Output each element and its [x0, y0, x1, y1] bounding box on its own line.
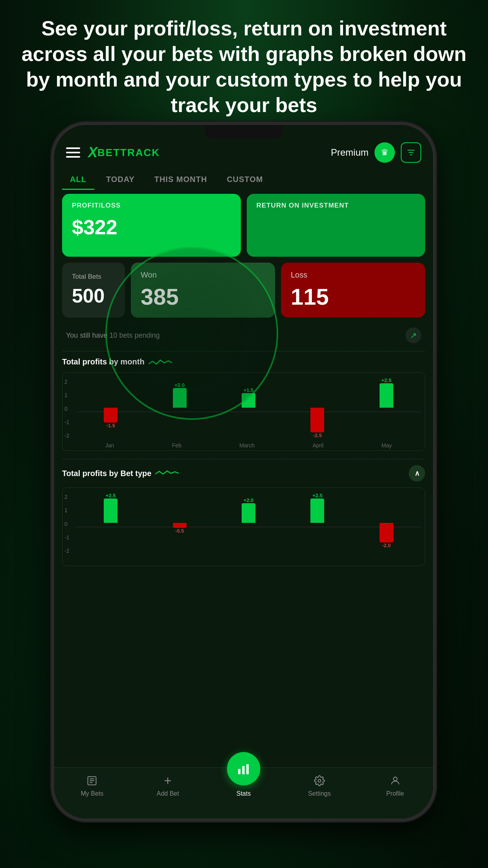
my-bets-icon	[85, 774, 99, 788]
bar-may: +2.5	[352, 377, 421, 439]
tabs-bar: ALL TODAY THIS MONTH CUSTOM	[54, 170, 433, 190]
chart2-title-row: Total profits by Bet type ∧	[62, 465, 425, 482]
chart-divider-1	[62, 351, 425, 351]
chart1-y-axis: 2 1 0 -1 -2	[64, 379, 69, 439]
tab-this-month[interactable]: THIS MONTH	[147, 170, 215, 190]
logo-x: X	[88, 144, 97, 161]
roi-card: RETURN ON INVESTMENT	[247, 194, 426, 257]
nav-item-add-bet[interactable]: Add Bet	[130, 774, 206, 797]
bottom-nav: My Bets Add Bet	[54, 767, 433, 818]
profile-icon	[388, 774, 402, 788]
chart2-wavy-icon	[155, 469, 179, 477]
nav-item-settings[interactable]: Settings	[281, 774, 357, 797]
tab-today[interactable]: TODAY	[98, 170, 143, 190]
svg-point-12	[318, 780, 321, 782]
logo-text: BETTRACK	[97, 147, 160, 159]
chart1-title-text: Total profits by month	[62, 357, 145, 366]
stats-bar-icon	[237, 762, 251, 776]
chart2-bar-1: +2.5	[76, 492, 145, 554]
chart2-y-axis: 2 1 0 -1 -2	[64, 494, 69, 554]
phone-frame: X BETTRACK Premium ♛ ALL TOD	[51, 122, 436, 822]
svg-rect-10	[242, 766, 245, 774]
premium-label: Premium	[331, 147, 369, 158]
chart1-bars: -1.5 +2.0 +1.5	[76, 377, 421, 439]
add-bet-label: Add Bet	[157, 790, 179, 797]
crown-button[interactable]: ♛	[374, 142, 395, 163]
filter-button[interactable]	[401, 142, 421, 163]
chart2-bar-4: +2.5	[283, 492, 352, 554]
pending-arrow-icon: ↗	[410, 331, 417, 340]
roi-label: RETURN ON INVESTMENT	[257, 202, 416, 210]
chart1-x-labels: Jan Feb March April May	[76, 442, 421, 449]
nav-item-my-bets[interactable]: My Bets	[54, 774, 130, 797]
svg-rect-9	[238, 769, 240, 774]
won-value: 385	[141, 283, 265, 310]
chart2-bar-2: -0.5	[145, 492, 214, 554]
settings-icon	[312, 774, 327, 788]
chart1-wavy-icon	[149, 358, 172, 366]
chart2-title-text: Total profits by Bet type	[62, 469, 151, 478]
chart2-section: Total profits by Bet type ∧ 2 1 0 -1 -	[62, 465, 425, 566]
tab-custom[interactable]: CUSTOM	[219, 170, 271, 190]
chart2-bar-3: +2.0	[214, 492, 283, 554]
profit-loss-card: PROFIT/LOSS $322	[62, 194, 241, 257]
app-header: X BETTRACK Premium ♛	[54, 139, 433, 166]
tab-all[interactable]: ALL	[62, 170, 94, 190]
svg-rect-11	[246, 764, 249, 774]
won-card: Won 385	[131, 263, 275, 318]
bar-feb: +2.0	[145, 377, 214, 439]
profit-loss-value: $322	[72, 215, 231, 239]
chart1-section: Total profits by month 2 1 0 -1 -2	[62, 357, 425, 451]
hero-text: See your profit/loss, return on investme…	[20, 16, 468, 118]
bar-jan: -1.5	[76, 377, 145, 439]
loss-value: 115	[291, 283, 415, 310]
nav-item-stats[interactable]: Stats	[206, 774, 282, 797]
profit-loss-label: PROFIT/LOSS	[72, 202, 231, 210]
chart1-container: 2 1 0 -1 -2 -1.5	[62, 372, 425, 451]
phone-side-btn-right	[435, 227, 436, 267]
pending-row: You still have 10 bets pending ↗	[62, 326, 425, 345]
nav-item-profile[interactable]: Profile	[357, 774, 433, 797]
chart1-title-row: Total profits by month	[62, 357, 425, 366]
stats-fab-btn[interactable]	[227, 752, 260, 785]
chart2-container: 2 1 0 -1 -2 +2.5	[62, 487, 425, 566]
phone-side-btn-left2	[51, 247, 53, 274]
bar-march: +1.5	[214, 377, 283, 439]
bar-april: -2.5	[283, 377, 352, 439]
collapse-btn[interactable]: ∧	[409, 465, 425, 482]
bottom-stats-row: Total Bets 500 Won 385 Loss 115	[62, 263, 425, 318]
profile-label: Profile	[386, 790, 404, 797]
stats-label: Stats	[237, 790, 251, 797]
logo: X BETTRACK	[88, 144, 160, 161]
hamburger-icon[interactable]	[66, 147, 80, 158]
phone-notch	[204, 125, 283, 139]
total-bets-value: 500	[72, 285, 115, 307]
phone-screen: X BETTRACK Premium ♛ ALL TOD	[54, 125, 433, 818]
total-bets-card: Total Bets 500	[62, 263, 125, 318]
phone-side-btn-left1	[51, 211, 53, 239]
svg-point-13	[393, 777, 397, 781]
chart-divider-2	[62, 459, 425, 459]
pending-text: You still have 10 bets pending	[66, 331, 160, 340]
chart2-bars: +2.5 -0.5 +2.0	[76, 492, 421, 554]
stats-area: PROFIT/LOSS $322 RETURN ON INVESTMENT To…	[62, 194, 425, 566]
pending-arrow-btn[interactable]: ↗	[405, 327, 421, 343]
won-label: Won	[141, 270, 265, 280]
header-right: Premium ♛	[331, 142, 421, 163]
total-bets-label: Total Bets	[72, 273, 115, 281]
chart2-bar-5: -2.0	[352, 492, 421, 554]
loss-card: Loss 115	[281, 263, 425, 318]
top-cards-row: PROFIT/LOSS $322 RETURN ON INVESTMENT	[62, 194, 425, 257]
add-bet-icon	[161, 774, 175, 788]
settings-label: Settings	[308, 790, 331, 797]
my-bets-label: My Bets	[81, 790, 104, 797]
crown-icon: ♛	[381, 147, 389, 158]
loss-label: Loss	[291, 270, 415, 280]
